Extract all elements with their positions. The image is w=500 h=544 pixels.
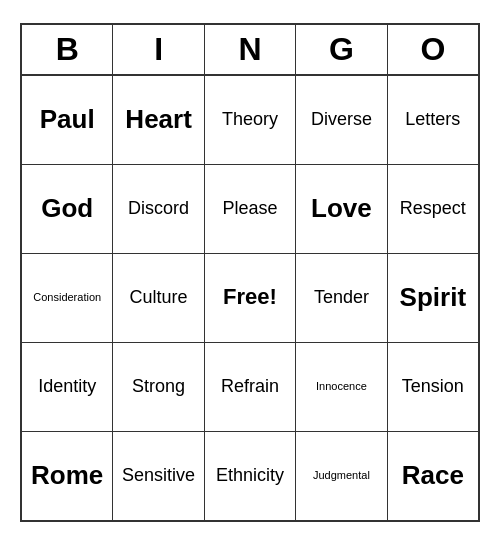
- bingo-cell-2-3: Tender: [296, 254, 387, 342]
- bingo-cell-3-4: Tension: [388, 343, 478, 431]
- bingo-cell-0-3: Diverse: [296, 76, 387, 164]
- bingo-cell-0-4: Letters: [388, 76, 478, 164]
- bingo-card: BINGO PaulHeartTheoryDiverseLettersGodDi…: [20, 23, 480, 522]
- bingo-cell-0-0: Paul: [22, 76, 113, 164]
- header-letter: N: [205, 25, 296, 74]
- bingo-cell-4-2: Ethnicity: [205, 432, 296, 520]
- bingo-cell-2-0: Consideration: [22, 254, 113, 342]
- bingo-cell-4-0: Rome: [22, 432, 113, 520]
- bingo-cell-4-1: Sensitive: [113, 432, 204, 520]
- bingo-cell-4-3: Judgmental: [296, 432, 387, 520]
- bingo-cell-2-2: Free!: [205, 254, 296, 342]
- bingo-cell-0-1: Heart: [113, 76, 204, 164]
- bingo-row-3: IdentityStrongRefrainInnocenceTension: [22, 343, 478, 432]
- bingo-cell-3-3: Innocence: [296, 343, 387, 431]
- bingo-header: BINGO: [22, 25, 478, 76]
- bingo-row-4: RomeSensitiveEthnicityJudgmentalRace: [22, 432, 478, 520]
- bingo-cell-2-4: Spirit: [388, 254, 478, 342]
- bingo-cell-3-0: Identity: [22, 343, 113, 431]
- bingo-cell-1-1: Discord: [113, 165, 204, 253]
- bingo-row-0: PaulHeartTheoryDiverseLetters: [22, 76, 478, 165]
- bingo-cell-0-2: Theory: [205, 76, 296, 164]
- bingo-cell-1-3: Love: [296, 165, 387, 253]
- bingo-cell-1-2: Please: [205, 165, 296, 253]
- bingo-cell-1-0: God: [22, 165, 113, 253]
- bingo-row-2: ConsiderationCultureFree!TenderSpirit: [22, 254, 478, 343]
- bingo-cell-4-4: Race: [388, 432, 478, 520]
- bingo-cell-3-2: Refrain: [205, 343, 296, 431]
- header-letter: G: [296, 25, 387, 74]
- header-letter: I: [113, 25, 204, 74]
- bingo-cell-1-4: Respect: [388, 165, 478, 253]
- header-letter: O: [388, 25, 478, 74]
- bingo-cell-2-1: Culture: [113, 254, 204, 342]
- bingo-row-1: GodDiscordPleaseLoveRespect: [22, 165, 478, 254]
- header-letter: B: [22, 25, 113, 74]
- bingo-cell-3-1: Strong: [113, 343, 204, 431]
